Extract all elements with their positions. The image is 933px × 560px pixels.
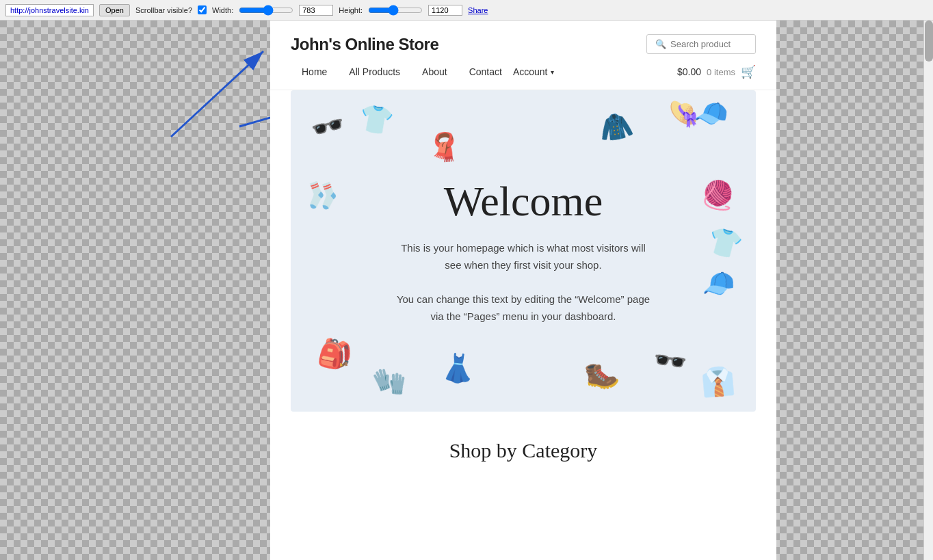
nav-cart: $0.00 0 items 🛒	[677, 64, 756, 79]
cart-price: $0.00	[677, 66, 701, 77]
clothing-decoration-8: 🧤	[371, 364, 409, 401]
cart-items-count: 0 items	[707, 67, 735, 77]
clothing-decoration-5: 🧥	[596, 108, 635, 146]
page-wrapper: John's Online Store 🔍 Home All Products …	[270, 21, 776, 560]
clothing-decoration-15: 🧢	[699, 266, 737, 303]
search-input[interactable]	[670, 39, 747, 49]
nav-links: Home All Products About Contact Account …	[291, 64, 677, 80]
width-input[interactable]	[299, 5, 333, 16]
arrows-overlay	[0, 21, 270, 157]
width-slider[interactable]	[239, 5, 293, 16]
clothing-decoration-13: 🧦	[300, 174, 343, 216]
search-box[interactable]: 🔍	[646, 34, 756, 54]
toolbar: http://johnstravelsite.kin Open Scrollba…	[0, 0, 933, 21]
site-title: John's Online Store	[291, 35, 438, 54]
clothing-decoration-16: 🧶	[698, 176, 737, 214]
open-button[interactable]: Open	[99, 4, 130, 16]
hero-title: Welcome	[444, 177, 603, 226]
site-header: John's Online Store 🔍	[270, 21, 776, 54]
clothing-decoration-6: 🧢	[693, 96, 730, 131]
scrollbar-label: Scrollbar visible?	[135, 6, 192, 14]
clothing-decoration-10: 🥾	[582, 356, 622, 394]
hero-text-2: You can change this text by editing the …	[393, 291, 653, 325]
clothing-decoration-7: 🎒	[315, 336, 354, 373]
nav-about[interactable]: About	[411, 64, 458, 80]
scrollbar-checkbox[interactable]	[198, 5, 207, 14]
cart-icon[interactable]: 🛒	[741, 64, 756, 79]
clothing-decoration-3: 🧣	[426, 130, 463, 165]
nav-account-label: Account	[513, 66, 548, 77]
search-icon: 🔍	[655, 39, 666, 49]
height-input[interactable]	[428, 5, 462, 16]
clothing-decoration-9: 👗	[440, 351, 477, 386]
height-label: Height:	[339, 6, 363, 14]
toolbar-url: http://johnstravelsite.kin	[5, 4, 94, 16]
nav-contact[interactable]: Contact	[458, 64, 513, 80]
width-label: Width:	[212, 6, 233, 14]
nav-home[interactable]: Home	[291, 64, 338, 80]
height-slider[interactable]	[368, 5, 423, 16]
section-title: Shop by Category	[270, 412, 776, 476]
nav-all-products[interactable]: All Products	[338, 64, 411, 80]
nav-account[interactable]: Account ▾	[513, 66, 554, 77]
clothing-decoration-11: 🕶️	[651, 343, 689, 380]
chevron-down-icon: ▾	[551, 68, 554, 76]
clothing-decoration-1: 🕶️	[308, 107, 349, 146]
clothing-decoration-12: 👔	[700, 364, 737, 399]
share-link[interactable]: Share	[468, 6, 488, 14]
scrollbar-track[interactable]	[923, 21, 933, 560]
svg-line-2	[171, 51, 263, 137]
hero-banner: 🕶️ 👕 🧣 👒 🧥 🧢 🎒 🧤 👗 🥾 🕶️ 👔 🧦 👕 🧢 🧶 Welcom…	[291, 90, 756, 412]
clothing-decoration-2: 👕	[356, 101, 395, 139]
scrollbar-thumb[interactable]	[925, 21, 933, 62]
clothing-decoration-14: 👕	[705, 223, 746, 263]
hero-text-1: This is your homepage which is what most…	[393, 239, 653, 274]
site-nav: Home All Products About Contact Account …	[270, 54, 776, 90]
svg-line-3	[239, 51, 270, 126]
